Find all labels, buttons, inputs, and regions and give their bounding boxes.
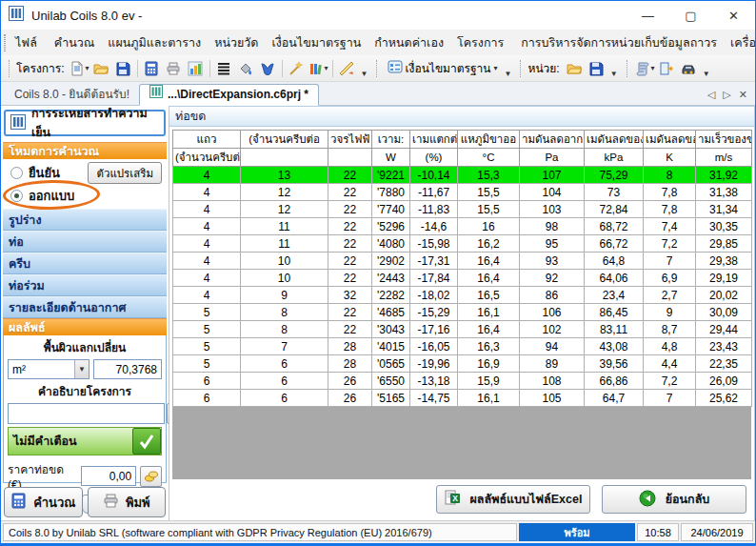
open-project-icon[interactable] [90,58,112,79]
printer-icon[interactable] [163,58,185,79]
toolbar-overflow-icon[interactable]: ▼ [703,70,710,81]
save-project-icon[interactable] [112,58,134,79]
exit-door-icon[interactable] [656,58,678,79]
fill-icon[interactable] [235,58,257,79]
column-header[interactable]: แถว [173,131,241,149]
close-button[interactable]: ✕ [712,1,755,30]
column-header[interactable]: เวาม: [372,131,410,149]
scroll-icon[interactable]: ▾ [634,58,656,79]
tab-welcome[interactable]: Coils 8.0 - ยินดีต้อนรับ! [5,85,139,105]
table-row[interactable]: 5628'0565-19,9616,98939,564,422,35 [173,355,752,373]
new-project-icon[interactable]: ▾ [69,58,90,79]
table-row[interactable]: 41122'4080-15,9816,29566,727,229,85 [173,235,752,253]
library-icon[interactable]: ▾ [308,58,329,79]
refrigerant-evaporation-header[interactable]: การระเหยสารทำความเย็น [4,110,166,136]
column-header[interactable]: kPa [585,149,644,167]
column-header[interactable] [328,149,372,167]
table-row[interactable]: 41022'2902-17,3116,49364,8729,38 [173,253,752,270]
toolbar-overflow-icon[interactable]: ▼ [361,70,368,81]
menu-tools[interactable]: เครื่องมือ [724,32,756,53]
toolbar-overflow-icon[interactable]: ▼ [505,70,512,81]
verify-radio[interactable] [10,167,23,179]
column-header[interactable]: เามแตกต่ [410,131,458,149]
table-cell: 16,4 [458,321,520,338]
calculate-button[interactable]: คำนวณ [4,487,83,517]
column-header[interactable]: ามดันลดอาก [520,131,585,149]
sidebar-item-manifolds[interactable]: ท่อร่วม [3,274,167,296]
table-row[interactable]: 41022'2443-17,8416,49264,066,929,19 [173,270,752,287]
column-header[interactable]: เมดันลดของไ [585,131,644,149]
column-header[interactable]: แหภูมิขาออ [458,131,520,149]
column-header[interactable]: Pa [520,149,585,167]
car-icon[interactable] [678,58,700,79]
maximize-button[interactable]: ▢ [669,1,712,30]
menu-customize[interactable]: กำหนดค่าเอง [368,32,450,53]
column-header[interactable]: (จำนวนครีบต่อ [173,149,241,167]
table-cell: 4 [173,235,241,253]
tab-scroll-left-icon[interactable]: ◁ [707,89,715,101]
menu-archive-management[interactable]: การบริหารจัดการหน่วยเก็บข้อมูลถาวร [514,32,724,53]
tab-close-icon[interactable]: ✕ [739,89,747,101]
standard-conditions-button[interactable]: เงื่อนไขมาตรฐาน ▾ [384,58,501,79]
units-open-icon[interactable] [564,58,586,79]
column-header[interactable]: m/s [696,149,752,167]
table-row[interactable]: 5822'4685-15,2916,110686,45930,09 [173,304,752,321]
butterfly-icon[interactable] [257,58,279,79]
table-row[interactable]: 41222'7740-11,8315,510372,847,831,34 [173,201,752,218]
excel-results-button[interactable]: X ผลลัพธ์แบบไฟล์Excel [436,485,590,514]
table-row[interactable]: 5822'3043-17,1616,410283,118,729,44 [173,321,752,338]
table-row[interactable]: 4932'2282-18,0216,58623,42,720,02 [173,287,752,304]
table-row[interactable]: 5728'4015-16,0516,39443,084,823,43 [173,338,752,355]
menu-standard-conditions[interactable]: เงื่อนไขมาตรฐาน [265,32,368,53]
menu-project[interactable]: โครงการ [450,32,510,53]
design-radio[interactable] [10,190,23,202]
table-row[interactable]: 6626'6550-13,1815,910866,867,226,09 [173,373,752,390]
sidebar-item-fins[interactable]: ครีบ [3,253,167,274]
table-cell: 6 [241,390,328,407]
exchange-surface-label: พื้นผิวแลกเปลี่ยน [44,338,127,356]
column-header[interactable]: (จำนวนครีบต่อ [241,131,328,149]
surface-unit-select[interactable]: m² ▼ [8,359,90,379]
column-header[interactable]: W [372,149,410,167]
sidebar-item-geometry[interactable]: รูปร่าง [3,209,167,231]
column-header[interactable]: วจรไฟฟ้ [328,131,372,149]
list-icon[interactable] [213,58,235,79]
table-row[interactable]: 41122'5296-14,6169868,727,430,35 [173,218,752,235]
menu-file[interactable]: ไฟล์ [9,32,44,53]
menu-calculate[interactable]: คำนวณ [48,32,102,53]
back-button[interactable]: ย้อนกลับ [602,485,746,514]
table-row[interactable]: 41322'9221-10,1415,310775,29831,92 [173,167,752,184]
printer-icon [103,493,119,512]
column-header[interactable] [241,149,328,167]
print-button[interactable]: พิมพ์ [88,487,167,517]
extra-params-button[interactable]: ตัวแปรเสริม [88,162,162,184]
design-radio-row[interactable]: ออกแบบ [3,184,167,207]
minimize-button[interactable]: — [627,1,669,30]
menu-charts-tables[interactable]: แผนภูมิและตาราง [101,32,208,53]
tab-project[interactable]: ...\DirectExpansion.c6prj * [139,84,319,106]
column-header[interactable]: ามเร็วของของไห [696,131,752,149]
column-header[interactable]: °C [458,149,520,167]
wizard-icon[interactable] [286,58,308,79]
table-cell: 16,4 [458,270,520,287]
chart-icon[interactable] [185,58,207,79]
table-cell: 4 [173,270,241,287]
results-header[interactable]: ผลลัพธ์ [3,318,167,335]
column-header[interactable]: เมดันลดของไ [644,131,696,149]
table-cell: '9221 [372,167,410,184]
ruler-icon[interactable] [336,58,358,79]
column-header[interactable]: K [644,149,696,167]
table-row[interactable]: 6626'5165-14,7516,110564,7725,62 [173,390,752,407]
menu-units[interactable]: หน่วยวัด [208,32,265,53]
column-header[interactable]: (%) [410,149,458,167]
units-save-icon[interactable] [586,58,607,79]
tab-scroll-right-icon[interactable]: ▷ [723,89,730,101]
calculator-icon[interactable] [141,58,163,79]
surface-value-field[interactable] [93,359,162,379]
warning-check-button[interactable] [132,428,161,455]
project-desc-input[interactable] [8,403,165,424]
sidebar-item-tubes[interactable]: ท่อ [3,231,167,253]
toolbar-overflow-icon[interactable]: ▼ [610,70,618,81]
sidebar-item-air-details[interactable]: รายละเอียดด้านอากาศ [3,296,167,318]
table-row[interactable]: 41222'7880-11,6715,5104737,831,38 [173,184,752,201]
